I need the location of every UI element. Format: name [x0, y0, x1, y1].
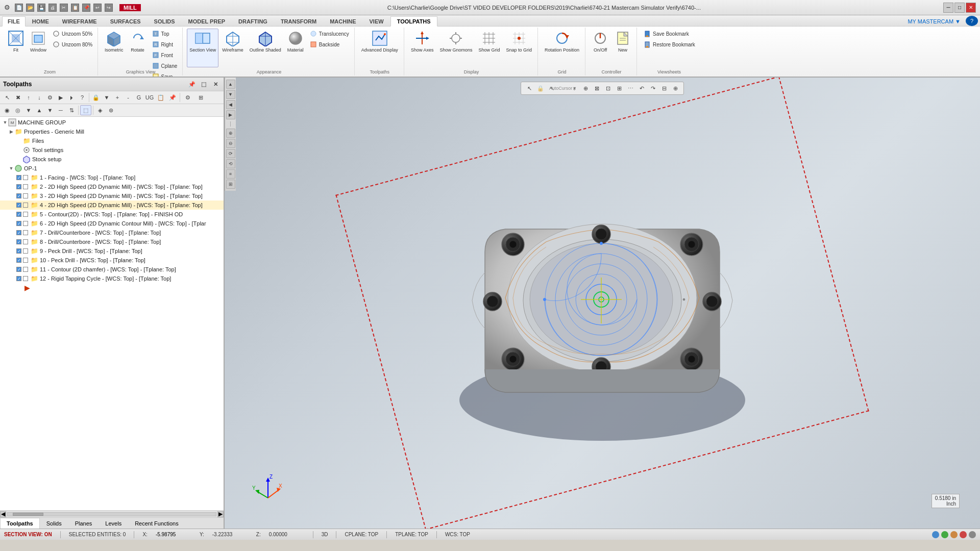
- show-axes-btn[interactable]: Show Axes: [408, 29, 436, 67]
- expand-btn[interactable]: +: [112, 92, 122, 103]
- section-view-btn[interactable]: Section View: [187, 29, 218, 67]
- tab-drafting[interactable]: DRAFTING: [232, 16, 274, 26]
- op6-chk2[interactable]: [23, 221, 28, 226]
- op4-chk2[interactable]: [23, 203, 28, 208]
- tree-op1[interactable]: ▼ OP-1: [0, 164, 224, 173]
- op2-chk1[interactable]: ✓: [16, 184, 21, 189]
- select-all-btn[interactable]: ↖: [2, 92, 12, 103]
- vp-btn-a[interactable]: ⬦: [569, 83, 579, 93]
- tree-properties[interactable]: ▶ 📁 Properties - Generic Mill: [0, 127, 224, 136]
- scroll-left-btn[interactable]: ◀: [0, 511, 6, 517]
- line-btn[interactable]: ─: [56, 105, 66, 115]
- op11-chk1[interactable]: ✓: [16, 267, 21, 272]
- view-settings-btn[interactable]: ⚙: [182, 92, 194, 103]
- arrow-dn2-btn[interactable]: ▼: [45, 105, 55, 115]
- op5-chk1[interactable]: ✓: [16, 212, 21, 217]
- op10-chk1[interactable]: ✓: [16, 258, 21, 263]
- fit-btn[interactable]: Fit: [5, 29, 27, 67]
- verify-btn[interactable]: ▶: [56, 92, 66, 103]
- qa-undo[interactable]: ↩: [93, 4, 102, 12]
- isometric-btn[interactable]: Isometric: [102, 29, 126, 67]
- window-btn[interactable]: Window: [28, 29, 49, 67]
- scroll-right-btn[interactable]: ▶: [217, 511, 224, 517]
- tab-levels-panel[interactable]: Levels: [99, 518, 128, 529]
- vp-btn-f[interactable]: ⋯: [625, 83, 635, 93]
- new-btn[interactable]: New: [612, 29, 633, 67]
- move-down-btn[interactable]: ↓: [34, 92, 44, 103]
- tree-hscroll[interactable]: ◀ ▶: [0, 510, 224, 517]
- op4-chk1[interactable]: ✓: [16, 203, 21, 208]
- tab-view[interactable]: VIEW: [363, 16, 390, 26]
- vp-autocursor-btn[interactable]: AutoCursor▼: [558, 83, 568, 93]
- qa-open[interactable]: 📂: [26, 4, 34, 12]
- op2-chk2[interactable]: [23, 184, 28, 189]
- tree-op-10[interactable]: ✓ 📁 10 - Peck Drill - [WCS: Top] - [Tpla…: [0, 256, 224, 265]
- unzoom80-btn[interactable]: - Unzoom 80%: [50, 39, 94, 49]
- collapse-btn[interactable]: -: [123, 92, 133, 103]
- status-icon-2[interactable]: [941, 531, 948, 538]
- tree-files[interactable]: ▶ 📁 Files: [0, 136, 224, 145]
- show-gnomons-btn[interactable]: Show Gnomons: [437, 29, 475, 67]
- tab-wireframe[interactable]: WIREFRAME: [56, 16, 104, 26]
- front-view-btn[interactable]: F Front: [150, 50, 180, 60]
- status-icon-4[interactable]: [960, 531, 967, 538]
- tree-op-7[interactable]: ✓ 📁 7 - Drill/Counterbore - [WCS: Top] -…: [0, 228, 224, 237]
- toggle-display-btn[interactable]: ◉: [2, 105, 12, 115]
- panel-float-btn[interactable]: ⬚: [199, 79, 209, 89]
- restore-bookmark-btn[interactable]: Restore Bookmark: [641, 39, 697, 49]
- toggle-all-btn[interactable]: ◎: [13, 105, 23, 115]
- scroll-track[interactable]: [7, 512, 216, 516]
- minimize-btn[interactable]: ─: [943, 3, 953, 13]
- tree-op-6[interactable]: ✓ 📁 6 - 2D High Speed (2D Dynamic Contou…: [0, 219, 224, 228]
- op11-chk2[interactable]: [23, 267, 28, 272]
- tab-surfaces[interactable]: SURFACES: [104, 16, 148, 26]
- lock-btn[interactable]: 🔒: [91, 92, 101, 103]
- tab-toolpaths[interactable]: TOOLPATHS: [390, 16, 437, 27]
- move-up-btn[interactable]: ↑: [23, 92, 34, 103]
- tab-solids[interactable]: SOLIDS: [148, 16, 182, 26]
- tree-op-1[interactable]: ✓ 📁 1 - Facing - [WCS: Top] - [Tplane: T…: [0, 173, 224, 182]
- extra-btn[interactable]: ⊞: [194, 92, 207, 103]
- rotate-btn[interactable]: Rotate: [127, 29, 149, 67]
- op1-chk1[interactable]: ✓: [16, 175, 21, 180]
- tab-model-prep[interactable]: MODEL PREP: [182, 16, 232, 26]
- panel-close-btn[interactable]: ✕: [210, 79, 220, 89]
- rotation-position-btn[interactable]: Rotation Position: [542, 29, 582, 67]
- tree-op-3[interactable]: ✓ 📁 3 - 2D High Speed (2D Dynamic Mill) …: [0, 191, 224, 201]
- snap-to-grid-btn[interactable]: Snap to Grid: [503, 29, 534, 67]
- op12-chk1[interactable]: ✓: [16, 276, 21, 281]
- maximize-btn[interactable]: □: [954, 3, 965, 13]
- help-btn[interactable]: ?: [966, 16, 978, 26]
- my-mastercam-btn[interactable]: MY MASTERCAM ▼: [902, 17, 966, 26]
- qa-new[interactable]: 📄: [15, 4, 23, 12]
- op1-chk2[interactable]: [23, 175, 28, 180]
- wireframe-btn[interactable]: Wireframe: [219, 29, 246, 67]
- tab-toolpaths-panel[interactable]: Toolpaths: [0, 518, 40, 529]
- op7-chk1[interactable]: ✓: [16, 230, 21, 235]
- vp-btn-g[interactable]: ↶: [636, 83, 647, 93]
- tree-tool-settings[interactable]: ▶ Tool settings: [0, 145, 224, 155]
- extra3-btn[interactable]: ⊛: [106, 105, 116, 115]
- vp-btn-h[interactable]: ↷: [648, 83, 658, 93]
- tree-op-5[interactable]: ✓ 📁 5 - Contour(2D) - [WCS: Top] - [Tpla…: [0, 210, 224, 219]
- vp-btn-e[interactable]: ⊞: [614, 83, 624, 93]
- regenerate-btn[interactable]: ⚙: [45, 92, 55, 103]
- arrow-up2-btn[interactable]: ▲: [34, 105, 44, 115]
- paste-op-btn[interactable]: 📌: [167, 92, 178, 103]
- machine-group-toggle[interactable]: ▼: [2, 119, 8, 126]
- qa-print[interactable]: 🖨: [48, 4, 57, 12]
- help-panel-btn[interactable]: ?: [77, 92, 87, 103]
- panel-pin-btn[interactable]: 📌: [187, 79, 197, 89]
- tree-stock-setup[interactable]: ▶ Stock setup: [0, 155, 224, 164]
- tree-op-2[interactable]: ✓ 📁 2 - 2D High Speed (2D Dynamic Mill) …: [0, 182, 224, 191]
- tree-op-11[interactable]: ✓ 📁 11 - Contour (2D chamfer) - [WCS: To…: [0, 265, 224, 274]
- show-grid-btn[interactable]: Show Grid: [476, 29, 502, 67]
- op12-chk2[interactable]: [23, 276, 28, 281]
- status-icon-3[interactable]: [950, 531, 958, 538]
- panel-tree[interactable]: ▼ M MACHINE GROUP ▶ 📁 Properties - Gener…: [0, 117, 224, 510]
- close-btn[interactable]: ✕: [966, 3, 976, 13]
- save-bookmark-btn[interactable]: Save Bookmark: [641, 29, 697, 39]
- vp-btn-i[interactable]: ⊟: [659, 83, 669, 93]
- tab-recent-panel[interactable]: Recent Functions: [128, 518, 185, 529]
- op8-chk2[interactable]: [23, 239, 28, 244]
